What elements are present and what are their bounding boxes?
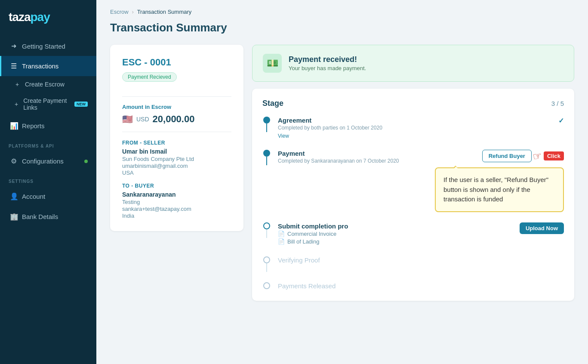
online-indicator	[84, 160, 88, 163]
bank-icon: 🏢	[10, 213, 18, 221]
sidebar-item-getting-started[interactable]: ➜ Getting Started	[0, 36, 96, 56]
divider	[122, 96, 231, 97]
breadcrumb: Escrow › Transaction Summary	[110, 9, 574, 15]
timeline-dot-col-4	[262, 256, 271, 272]
sidebar-item-label: Configurations	[22, 157, 64, 165]
sidebar-item-account[interactable]: 👤 Account	[0, 186, 96, 207]
payment-banner-subtitle: Your buyer has made payment.	[289, 65, 366, 71]
refund-tooltip-wrap: Refund Buyer ☞ Click If the user is a se…	[435, 150, 564, 212]
page-title: Transaction Summary	[110, 21, 574, 34]
timeline-dot-col-5	[262, 282, 271, 289]
timeline-dot-col-3	[262, 222, 271, 238]
stage-agreement-name: Agreement	[278, 117, 551, 124]
document-icon-2: 📄	[278, 238, 285, 245]
tooltip-text: If the user is a seller, "Refund Buyer" …	[443, 176, 548, 203]
logo-taza: taza	[9, 10, 30, 24]
plus-icon: +	[14, 81, 21, 88]
seller-name: Umar bin Ismail	[122, 148, 231, 155]
timeline-dot-filled	[263, 117, 270, 123]
logo-pay: pay	[30, 10, 49, 24]
sidebar-item-label: Reports	[22, 122, 45, 130]
stages-card: Stage 3 / 5 Agreement Completed by both …	[252, 89, 574, 301]
timeline-item-payment: Payment Completed by Sankaranarayanan on…	[262, 150, 564, 222]
payment-icon: 💵	[263, 54, 282, 73]
seller-country: USA	[122, 170, 231, 176]
sidebar-item-create-escrow[interactable]: + Create Escrow	[0, 76, 96, 93]
stage-verifying-content: Verifying Proof	[278, 256, 564, 265]
payment-banner-title: Payment received!	[289, 55, 366, 64]
seller-email: umarbinismail@gmail.com	[122, 163, 231, 169]
timeline-item-released: Payments Released	[262, 282, 564, 290]
breadcrumb-current: Transaction Summary	[137, 9, 192, 15]
section-label-settings: SETTINGS	[0, 171, 96, 186]
timeline-dot-col-2	[262, 150, 271, 165]
seller-section: FROM - SELLER Umar bin Ismail Sun Foods …	[122, 140, 231, 176]
doc-commercial-invoice: 📄 Commercial Invoice	[278, 231, 348, 237]
sidebar-item-transactions[interactable]: ☰ Transactions	[0, 56, 96, 76]
sidebar: tazapay ➜ Getting Started ☰ Transactions…	[0, 0, 96, 364]
main-content: Escrow › Transaction Summary Transaction…	[96, 0, 588, 364]
cards-row: ESC - 0001 Payment Recieved Amount in Es…	[110, 45, 574, 301]
stage-agreement-detail: Completed by both parties on 1 October 2…	[278, 125, 551, 131]
section-label-platforms: PLATFORMS & API	[0, 136, 96, 151]
doc-label-2: Bill of Lading	[287, 238, 319, 245]
new-badge: NEW	[74, 102, 88, 107]
payment-stage-row: Payment Completed by Sankaranarayanan on…	[278, 150, 564, 212]
tooltip-callout: If the user is a seller, "Refund Buyer" …	[435, 167, 564, 212]
person-icon: 👤	[10, 192, 18, 201]
timeline-line	[266, 123, 267, 132]
status-badge: Payment Recieved	[122, 72, 177, 82]
seller-company: Sun Foods Company Pte Ltd	[122, 156, 231, 162]
sidebar-item-label: Bank Details	[22, 213, 58, 220]
buyer-company: Testing	[122, 199, 231, 205]
stage-agreement-content: Agreement Completed by both parties on 1…	[278, 117, 551, 139]
stage-agreement-view-link[interactable]: View	[278, 133, 289, 139]
timeline-dot-pending	[263, 256, 270, 263]
buyer-label: TO - BUYER	[122, 183, 231, 189]
flag-icon: 🇺🇸	[122, 114, 133, 124]
sidebar-item-label: Create Payment Links	[23, 97, 68, 111]
check-icon: ✓	[558, 117, 564, 125]
upload-now-button[interactable]: Upload Now	[520, 222, 564, 234]
buyer-name: Sankaranarayanan	[122, 191, 231, 198]
stage-payment-info: Payment Completed by Sankaranarayanan on…	[278, 150, 399, 165]
timeline-dot-col	[262, 117, 271, 132]
stage-released-content: Payments Released	[278, 282, 564, 290]
doc-bill-of-lading: 📄 Bill of Lading	[278, 238, 348, 245]
buyer-section: TO - BUYER Sankaranarayanan Testing sank…	[122, 183, 231, 219]
stage-submit-name: Submit completion pro	[278, 222, 348, 230]
sidebar-item-bank-details[interactable]: 🏢 Bank Details	[0, 207, 96, 227]
timeline-dot-payment	[263, 150, 270, 157]
sidebar-item-reports[interactable]: 📊 Reports	[0, 116, 96, 136]
stage-verifying-name: Verifying Proof	[278, 256, 564, 264]
reports-icon: 📊	[10, 122, 18, 130]
amount-row: 🇺🇸 USD 20,000.00	[122, 114, 231, 125]
chevron-right-icon: ›	[132, 9, 134, 15]
buyer-email: sankara+test@tazapay.com	[122, 206, 231, 212]
timeline-line-2	[266, 157, 267, 165]
stage-submit-content: Submit completion pro 📄 Commercial Invoi…	[278, 222, 564, 246]
sidebar-item-label: Transactions	[22, 62, 58, 70]
stage-released-name: Payments Released	[278, 282, 564, 290]
stage-submit-row: Submit completion pro 📄 Commercial Invoi…	[278, 222, 564, 246]
cursor-icon: ☞	[532, 149, 543, 163]
timeline-line-4	[266, 263, 267, 272]
payment-banner-text: Payment received! Your buyer has made pa…	[289, 55, 366, 71]
sidebar-item-label: Account	[22, 193, 45, 200]
amount-label: Amount in Escrow	[122, 104, 231, 110]
buyer-country: India	[122, 213, 231, 219]
breadcrumb-parent[interactable]: Escrow	[110, 9, 129, 15]
click-badge: Click	[544, 151, 564, 160]
right-panel: 💵 Payment received! Your buyer has made …	[252, 45, 574, 301]
document-icon: 📄	[278, 231, 285, 237]
sidebar-item-configurations[interactable]: ⚙ Configurations	[0, 151, 96, 171]
sidebar-item-create-payment-links[interactable]: + Create Payment Links NEW	[0, 93, 96, 116]
timeline-line-3	[266, 229, 267, 238]
stages-title: Stage	[262, 99, 283, 108]
transaction-card: ESC - 0001 Payment Recieved Amount in Es…	[110, 45, 243, 231]
arrow-icon: ➜	[10, 42, 18, 50]
timeline-item-submit: Submit completion pro 📄 Commercial Invoi…	[262, 222, 564, 256]
payment-banner: 💵 Payment received! Your buyer has made …	[252, 45, 574, 82]
refund-buyer-button[interactable]: Refund Buyer	[482, 150, 532, 162]
amount-value: 20,000.00	[153, 114, 195, 125]
